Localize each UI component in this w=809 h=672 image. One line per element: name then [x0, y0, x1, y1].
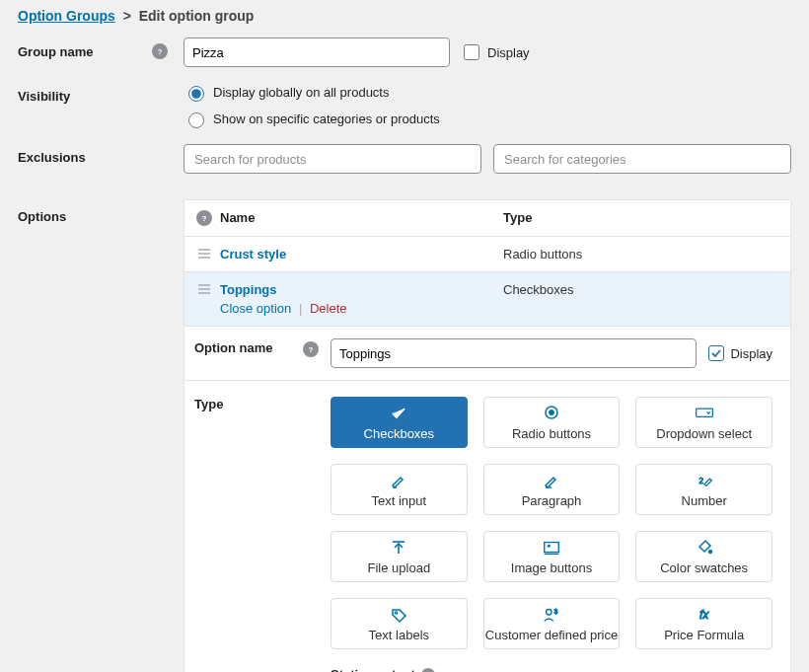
options-row: Options ? Name Type	[18, 199, 791, 672]
svg-point-20	[708, 550, 712, 554]
group-name-row: Group name ? Display	[18, 37, 791, 67]
table-row: Crust style Radio buttons	[184, 237, 790, 272]
visibility-all-radio[interactable]	[188, 86, 204, 102]
card-label: File upload	[368, 560, 431, 575]
option-type-value: Checkboxes	[503, 282, 786, 316]
card-label: Image buttons	[511, 560, 592, 575]
exclusions-products-search[interactable]: Search for products	[184, 144, 481, 174]
visibility-row: Visibility Display globally on all produ…	[18, 83, 791, 128]
delete-option-link[interactable]: Delete	[310, 301, 347, 316]
visibility-label: Visibility	[18, 89, 70, 104]
card-label: Color swatches	[660, 560, 748, 575]
group-name-label: Group name	[18, 44, 94, 59]
col-type: Type	[503, 210, 786, 226]
svg-text:?: ?	[309, 345, 314, 354]
type-card-formula[interactable]: fx Price Formula	[635, 598, 772, 649]
svg-point-22	[547, 609, 552, 614]
options-table-header: ? Name Type	[184, 200, 790, 237]
type-label: Type	[184, 381, 331, 672]
visibility-all[interactable]: Display globally on all products	[184, 83, 440, 102]
visibility-specific-radio[interactable]	[188, 112, 204, 128]
type-card-number[interactable]: 2 Number	[635, 464, 772, 515]
option-type-value: Radio buttons	[503, 247, 786, 261]
type-card-paragraph[interactable]: Paragraph	[483, 464, 621, 515]
pencil-icon	[542, 472, 561, 489]
display-checkbox[interactable]	[464, 44, 479, 60]
svg-text:?: ?	[202, 214, 207, 223]
svg-text:fx: fx	[699, 608, 709, 622]
card-label: Number	[682, 493, 727, 508]
breadcrumb-link[interactable]: Option Groups	[18, 8, 115, 24]
type-card-checkboxes[interactable]: Checkboxes	[331, 397, 468, 448]
card-label: Price Formula	[664, 628, 744, 642]
type-card-imagebtn[interactable]: Image buttons	[483, 531, 621, 582]
option-link[interactable]: Toppings	[220, 282, 277, 297]
type-card-text[interactable]: Text input	[331, 464, 468, 515]
type-card-swatch[interactable]: Color swatches	[635, 531, 772, 582]
upload-icon	[389, 539, 408, 557]
option-name-input[interactable]	[331, 338, 697, 368]
type-card-dropdown[interactable]: Dropdown select	[635, 397, 772, 448]
exclusions-categories-placeholder: Search for categories	[504, 152, 626, 167]
svg-point-21	[396, 611, 398, 613]
breadcrumb: Option Groups > Edit option group	[18, 8, 791, 24]
svg-point-10	[549, 410, 553, 414]
option-name-label: Option name	[194, 340, 272, 355]
svg-text:2: 2	[699, 476, 703, 485]
type-card-customerprice[interactable]: $ Customer defined price	[483, 598, 621, 649]
radio-icon	[542, 405, 561, 422]
image-icon	[542, 539, 561, 557]
visibility-specific-label: Show on specific categories or products	[213, 112, 440, 126]
type-card-radio[interactable]: Radio buttons	[483, 397, 621, 448]
svg-text:?: ?	[158, 47, 163, 56]
exclusions-label: Exclusions	[18, 150, 86, 165]
card-label: Dropdown select	[656, 426, 752, 441]
svg-text:$: $	[554, 608, 558, 615]
type-card-file[interactable]: File upload	[331, 531, 468, 582]
drag-handle-icon[interactable]	[188, 247, 220, 261]
paint-bucket-icon	[695, 539, 714, 557]
col-name: Name	[220, 210, 503, 226]
display-checkbox-wrap[interactable]: Display	[460, 41, 530, 63]
fx-icon: fx	[695, 606, 714, 624]
display-checkbox-label: Display	[487, 45, 530, 60]
option-settings: Option name ? Display	[184, 327, 790, 672]
card-label: Paragraph	[522, 493, 582, 508]
help-icon[interactable]: ?	[303, 341, 319, 357]
close-option-link[interactable]: Close option	[220, 301, 291, 316]
checkmark-icon	[708, 345, 724, 361]
group-name-input[interactable]	[184, 37, 450, 67]
number-icon: 2	[695, 472, 714, 489]
card-label: Checkboxes	[364, 426, 435, 441]
help-icon[interactable]: ?	[421, 668, 435, 673]
options-label: Options	[18, 209, 66, 224]
check-icon	[389, 405, 408, 422]
tag-icon	[389, 606, 408, 624]
card-label: Text input	[372, 493, 427, 508]
visibility-all-label: Display globally on all products	[213, 85, 389, 100]
exclusions-products-placeholder: Search for products	[194, 152, 306, 167]
exclusions-row: Exclusions Search for products Search fo…	[18, 144, 791, 174]
option-link[interactable]: Crust style	[220, 247, 286, 261]
drag-handle-icon[interactable]	[188, 282, 220, 316]
exclusions-categories-search[interactable]: Search for categories	[493, 144, 791, 174]
dropdown-icon	[695, 405, 714, 422]
display-inner-checkbox[interactable]: Display	[708, 345, 772, 361]
type-card-textlabel[interactable]: Text labels	[331, 598, 468, 649]
breadcrumb-current: Edit option group	[139, 8, 255, 24]
card-label: Customer defined price	[485, 628, 618, 642]
divider: |	[299, 301, 302, 316]
pencil-icon	[389, 472, 408, 489]
page-root: Option Groups > Edit option group Group …	[0, 0, 809, 672]
help-icon[interactable]: ?	[152, 43, 168, 59]
visibility-specific[interactable]: Show on specific categories or products	[184, 110, 440, 128]
breadcrumb-sep: >	[123, 8, 131, 24]
card-label: Text labels	[369, 628, 429, 642]
option-actions: Close option | Delete	[220, 301, 503, 316]
help-icon[interactable]: ?	[196, 210, 212, 226]
static-content-label-wrap: Static content ?	[331, 667, 772, 672]
svg-point-18	[548, 545, 550, 547]
person-dollar-icon: $	[542, 606, 561, 624]
display-inner-label: Display	[730, 346, 772, 361]
svg-rect-17	[545, 542, 559, 552]
